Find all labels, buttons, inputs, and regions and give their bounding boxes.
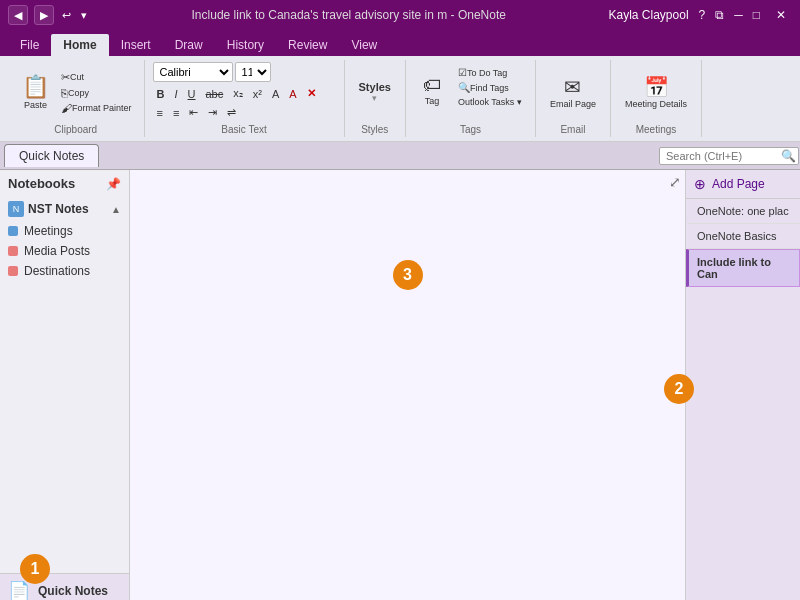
styles-group: Styles ▾ Styles (345, 60, 406, 137)
window-title: Include link to Canada's travel advisory… (89, 8, 609, 22)
tab-home[interactable]: Home (51, 34, 108, 56)
more-qat-button[interactable]: ▾ (79, 9, 89, 22)
quick-notes-tab[interactable]: Quick Notes (4, 144, 99, 167)
quick-notes-label: Quick Notes (38, 584, 108, 598)
tag-button[interactable]: 🏷 Tag (414, 62, 450, 118)
paste-button[interactable]: 📋 Paste (16, 62, 55, 122)
forward-button[interactable]: ▶ (34, 5, 54, 25)
styles-label: Styles (353, 122, 397, 135)
subscript-button[interactable]: x₂ (229, 86, 247, 101)
content-area: ⤢ 3 ⊕ Add Page OneNote: one plac OneNote… (130, 170, 800, 600)
media-posts-color (8, 246, 18, 256)
destinations-color (8, 266, 18, 276)
meetings-label: Meetings (24, 224, 73, 238)
title-bar-left: ◀ ▶ ↩ ▾ (8, 5, 89, 25)
tags-label: Tags (414, 122, 527, 135)
rtl-button[interactable]: ⇌ (223, 105, 240, 120)
expand-note-button[interactable]: ⤢ (669, 174, 681, 190)
badge-3: 3 (393, 260, 423, 290)
close-button[interactable]: ✕ (770, 8, 792, 22)
meeting-details-button[interactable]: 📅 Meeting Details (619, 64, 693, 120)
bullets-button[interactable]: ≡ (153, 106, 167, 120)
tags-group: 🏷 Tag ☑ To Do Tag 🔍 Find Tags Outlook Ta… (406, 60, 536, 137)
basic-text-group: Calibri 11 B I U abc x₂ x² A A ✕ ≡ ≡ ⇤ (145, 60, 345, 137)
font-name-select[interactable]: Calibri (153, 62, 233, 82)
copy-button[interactable]: ⎘ Copy (57, 86, 136, 100)
page-item-0[interactable]: OneNote: one plac (686, 199, 800, 224)
numbering-button[interactable]: ≡ (169, 106, 183, 120)
outlook-tasks-button[interactable]: Outlook Tasks ▾ (454, 96, 526, 108)
email-group: ✉ Email Page Email (536, 60, 611, 137)
search-input[interactable] (659, 147, 799, 165)
title-bar-right: Kayla Claypool ? ⧉ ─ □ ✕ (609, 8, 793, 22)
sidebar: Notebooks 📌 N NST Notes ▲ Meetings Media… (0, 170, 130, 600)
badge-2: 2 (664, 374, 694, 404)
clipboard-label: Clipboard (16, 122, 136, 135)
sidebar-item-media-posts[interactable]: Media Posts (0, 241, 129, 261)
user-name: Kayla Claypool (609, 8, 689, 22)
font-size-select[interactable]: 11 (235, 62, 271, 82)
badge-2-container: 2 (664, 374, 694, 404)
cut-button[interactable]: ✂ Cut (57, 70, 136, 85)
maximize-button[interactable]: □ (753, 8, 760, 22)
title-bar: ◀ ▶ ↩ ▾ Include link to Canada's travel … (0, 0, 800, 30)
ribbon-tabs: File Home Insert Draw History Review Vie… (0, 30, 800, 56)
pages-panel: ⊕ Add Page OneNote: one plac OneNote Bas… (685, 170, 800, 600)
badge-1-container: 1 (20, 554, 50, 584)
find-tags-button[interactable]: 🔍 Find Tags (454, 81, 526, 94)
undo-button[interactable]: ↩ (60, 9, 73, 22)
page-item-1[interactable]: OneNote Basics (686, 224, 800, 249)
tab-review[interactable]: Review (276, 34, 339, 56)
search-area: 🔍 (659, 147, 796, 165)
nst-icon: N (8, 201, 24, 217)
sidebar-item-destinations[interactable]: Destinations (0, 261, 129, 281)
restore-button[interactable]: ⧉ (715, 8, 724, 22)
help-button[interactable]: ? (699, 8, 706, 22)
strikethrough-button[interactable]: abc (202, 87, 228, 101)
search-icon[interactable]: 🔍 (781, 149, 796, 163)
nst-notebook[interactable]: N NST Notes ▲ (0, 197, 129, 221)
main-area: Notebooks 📌 N NST Notes ▲ Meetings Media… (0, 170, 800, 600)
list-row: ≡ ≡ ⇤ ⇥ ⇌ (153, 105, 320, 120)
add-page-button[interactable]: ⊕ Add Page (686, 170, 800, 199)
clear-format-button[interactable]: ✕ (303, 86, 320, 101)
page-item-2[interactable]: Include link to Can (686, 249, 800, 287)
pin-button[interactable]: 📌 (106, 177, 121, 191)
quick-notes-button[interactable]: 1 📄 Quick Notes (0, 573, 129, 600)
minimize-button[interactable]: ─ (734, 8, 743, 22)
format-painter-button[interactable]: 🖌 Format Painter (57, 101, 136, 115)
highlight-button[interactable]: A (268, 87, 283, 101)
back-button[interactable]: ◀ (8, 5, 28, 25)
font-row: Calibri 11 (153, 62, 320, 82)
nst-label: NST Notes (28, 202, 89, 216)
tab-history[interactable]: History (215, 34, 276, 56)
superscript-button[interactable]: x² (249, 87, 266, 101)
note-canvas: ⤢ 3 (130, 170, 685, 600)
meetings-group: 📅 Meeting Details Meetings (611, 60, 702, 137)
page-tabs-bar: Quick Notes 🔍 (0, 142, 800, 170)
meetings-color (8, 226, 18, 236)
add-page-icon: ⊕ (694, 176, 706, 192)
email-label: Email (544, 122, 602, 135)
italic-button[interactable]: I (170, 87, 181, 101)
tab-file[interactable]: File (8, 34, 51, 56)
sidebar-item-meetings[interactable]: Meetings (0, 221, 129, 241)
font-color-button[interactable]: A (285, 87, 300, 101)
tab-insert[interactable]: Insert (109, 34, 163, 56)
bold-button[interactable]: B (153, 87, 169, 101)
todo-tag-button[interactable]: ☑ To Do Tag (454, 66, 526, 79)
styles-button[interactable]: Styles ▾ (353, 64, 397, 120)
increase-indent-button[interactable]: ⇥ (204, 105, 221, 120)
email-page-button[interactable]: ✉ Email Page (544, 64, 602, 120)
underline-button[interactable]: U (184, 87, 200, 101)
clipboard-group: 📋 Paste ✂ Cut ⎘ Copy 🖌 Format Painter Cl… (8, 60, 145, 137)
add-page-label: Add Page (712, 177, 765, 191)
format-row: B I U abc x₂ x² A A ✕ (153, 86, 320, 101)
meetings-label: Meetings (619, 122, 693, 135)
nst-expand-icon[interactable]: ▲ (111, 204, 121, 215)
tab-draw[interactable]: Draw (163, 34, 215, 56)
badge-3-container: 3 (393, 260, 423, 290)
tab-view[interactable]: View (339, 34, 389, 56)
decrease-indent-button[interactable]: ⇤ (185, 105, 202, 120)
badge-1: 1 (20, 554, 50, 584)
